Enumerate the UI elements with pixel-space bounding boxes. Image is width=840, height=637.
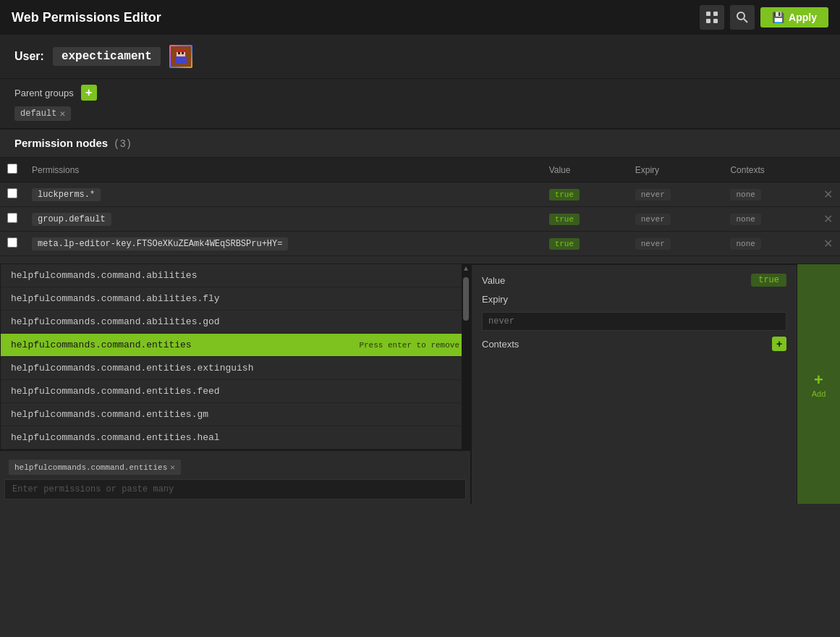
table-row: meta.lp-editor-key.FTSOeXKuZEAmk4WEqSRBS… <box>0 232 840 256</box>
perm-name-tag: luckperms.* <box>32 188 101 201</box>
add-group-button[interactable]: + <box>81 85 97 101</box>
row-delete-cell: ✕ <box>816 207 840 232</box>
group-tag-close[interactable]: ✕ <box>59 108 65 119</box>
row-contexts: none <box>723 232 816 256</box>
row-value: true <box>542 182 628 207</box>
avatar <box>169 45 192 68</box>
svg-rect-9 <box>177 49 185 52</box>
value-true-badge: true <box>549 189 580 201</box>
perm-name-tag: meta.lp-editor-key.FTSOeXKuZEAmk4WEqSRBS… <box>32 237 288 250</box>
delete-row-button[interactable]: ✕ <box>823 187 833 201</box>
autocomplete-item[interactable]: helpfulcommands.command.entitiesPress en… <box>1 334 470 357</box>
input-area: helpfulcommands.command.entities ✕ <box>0 450 470 504</box>
permissions-table-container: Permissions Value Expiry Contexts luckpe… <box>0 158 840 256</box>
permission-nodes-header: Permission nodes (3) <box>0 130 840 158</box>
app-title: Web Permissions Editor <box>12 10 161 25</box>
user-label: User: <box>14 50 44 63</box>
expiry-input[interactable] <box>482 312 786 331</box>
parent-groups-label: Parent groups <box>14 88 74 98</box>
add-plus-icon: + <box>814 371 823 389</box>
permission-input[interactable] <box>4 479 466 499</box>
delete-row-button[interactable]: ✕ <box>823 212 833 226</box>
group-tag-name: default <box>20 109 56 119</box>
row-checkbox[interactable] <box>7 213 17 223</box>
delete-row-button[interactable]: ✕ <box>823 237 833 250</box>
autocomplete-item-label: helpfulcommands.command.abilities.god <box>11 316 220 327</box>
expiry-badge: never <box>635 189 671 201</box>
col-permissions: Permissions <box>25 158 542 182</box>
add-button[interactable]: + Add <box>797 264 840 504</box>
autocomplete-item-label: helpfulcommands.command.entities.heal <box>11 432 220 443</box>
svg-rect-8 <box>175 56 187 64</box>
header-actions: 💾 Apply <box>700 5 828 30</box>
value-label: Value <box>482 275 505 286</box>
table-row: group.default true never none ✕ <box>0 207 840 232</box>
add-context-button[interactable]: + <box>772 337 786 351</box>
selected-perms-row: helpfulcommands.command.entities ✕ <box>0 451 470 475</box>
add-form-panel: Value true Expiry Contexts + + Add <box>470 263 840 504</box>
expiry-label: Expiry <box>482 294 508 305</box>
context-badge: none <box>730 214 760 225</box>
autocomplete-scrollbar: ▲ <box>462 263 470 450</box>
autocomplete-item[interactable]: helpfulcommands.command.abilities.god <box>1 311 470 334</box>
selected-perm-close-btn[interactable]: ✕ <box>170 463 175 472</box>
autocomplete-hint: Press enter to remove <box>359 341 459 350</box>
scroll-up-arrow[interactable]: ▲ <box>464 263 468 274</box>
grid-icon-button[interactable] <box>700 5 724 30</box>
parent-groups-header: Parent groups + <box>14 85 826 101</box>
permission-nodes-section: Permission nodes (3) Permissions Value E… <box>0 130 840 256</box>
svg-rect-2 <box>706 19 710 23</box>
table-row: luckperms.* true never none ✕ <box>0 182 840 207</box>
autocomplete-item[interactable]: helpfulcommands.command.abilities <box>1 264 470 287</box>
row-permission: luckperms.* <box>25 182 542 207</box>
expiry-row: Expiry <box>482 294 786 305</box>
autocomplete-item[interactable]: helpfulcommands.command.abilities.fly <box>1 287 470 311</box>
autocomplete-item[interactable]: helpfulcommands.command.entities.extingu… <box>1 357 470 380</box>
add-label: Add <box>812 389 826 398</box>
autocomplete-item[interactable]: helpfulcommands.command.entities.gm <box>1 403 470 426</box>
grid-icon <box>705 11 718 24</box>
contexts-header: Contexts + <box>482 337 786 351</box>
row-checkbox[interactable] <box>7 237 17 248</box>
perm-name-tag: group.default <box>32 213 111 226</box>
col-contexts: Contexts <box>723 158 816 182</box>
perm-input-row <box>0 475 470 504</box>
scroll-thumb <box>463 277 469 321</box>
selected-perm-name: helpfulcommands.command.entities <box>14 463 167 472</box>
autocomplete-item-label: helpfulcommands.command.entities <box>11 339 192 350</box>
left-panel: helpfulcommands.command.abilitieshelpful… <box>0 263 470 504</box>
row-contexts: none <box>723 182 816 207</box>
row-delete-cell: ✕ <box>816 182 840 207</box>
avatar-image <box>171 46 191 67</box>
autocomplete-item-label: helpfulcommands.command.abilities <box>11 270 197 281</box>
row-value: true <box>542 232 628 256</box>
row-value: true <box>542 207 628 232</box>
svg-rect-10 <box>178 52 180 54</box>
autocomplete-item[interactable]: helpfulcommands.command.entities.feed <box>1 380 470 403</box>
autocomplete-item[interactable]: helpfulcommands.command.entities.heal <box>1 426 470 450</box>
row-expiry: never <box>628 232 724 256</box>
select-all-checkbox[interactable] <box>7 164 17 174</box>
autocomplete-item-label: helpfulcommands.command.entities.extingu… <box>11 363 253 374</box>
row-expiry: never <box>628 182 724 207</box>
svg-rect-0 <box>706 12 710 16</box>
row-checkbox-cell <box>0 182 25 207</box>
permission-nodes-count: (3) <box>114 138 132 150</box>
header: Web Permissions Editor 💾 Apply <box>0 0 840 35</box>
row-delete-cell: ✕ <box>816 232 840 256</box>
svg-rect-1 <box>713 12 718 16</box>
apply-button[interactable]: 💾 Apply <box>760 7 828 28</box>
value-expiry-contexts: Value true Expiry Contexts + <box>471 264 797 504</box>
row-contexts: none <box>723 207 816 232</box>
permissions-table: Permissions Value Expiry Contexts luckpe… <box>0 158 840 256</box>
selected-perm-tag: helpfulcommands.command.entities ✕ <box>9 460 181 475</box>
autocomplete-item-label: helpfulcommands.command.entities.feed <box>11 386 220 397</box>
value-badge: true <box>751 274 786 287</box>
apply-label: Apply <box>789 12 817 23</box>
row-permission: group.default <box>25 207 542 232</box>
svg-rect-11 <box>182 52 184 54</box>
autocomplete-item-label: helpfulcommands.command.entities.gm <box>11 409 208 420</box>
row-checkbox[interactable] <box>7 188 17 198</box>
search-icon-button[interactable] <box>730 5 755 30</box>
col-expiry: Expiry <box>628 158 724 182</box>
